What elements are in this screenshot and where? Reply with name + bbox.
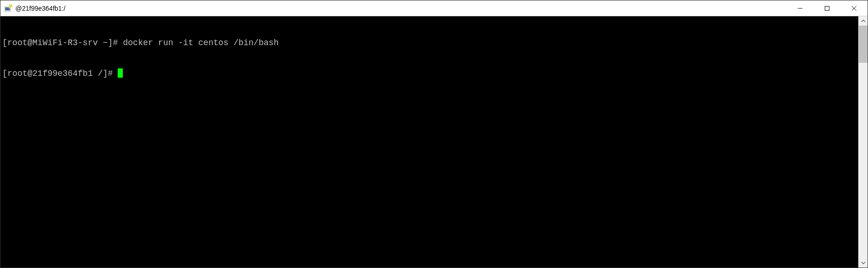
chevron-up-icon [861, 19, 866, 23]
terminal-output[interactable]: [root@MiWiFi-R3-srv ~]# docker run -it c… [0, 16, 858, 268]
close-button[interactable] [841, 0, 868, 16]
vertical-scrollbar[interactable] [858, 16, 868, 268]
chevron-down-icon [861, 261, 866, 265]
svg-rect-2 [9, 5, 12, 7]
minimize-icon [797, 6, 803, 11]
scroll-track[interactable] [859, 26, 868, 258]
scroll-thumb[interactable] [859, 26, 868, 63]
svg-rect-5 [825, 6, 829, 10]
shell-command: docker run -it centos /bin/bash [123, 38, 279, 47]
window-controls [787, 0, 868, 16]
minimize-button[interactable] [787, 0, 814, 16]
maximize-icon [824, 6, 830, 11]
terminal-cursor [118, 68, 123, 78]
putty-icon [4, 4, 13, 13]
scroll-up-button[interactable] [859, 16, 868, 26]
window-titlebar: @21f99e364fb1:/ [0, 0, 868, 16]
shell-prompt: [root@MiWiFi-R3-srv ~]# [2, 38, 123, 47]
terminal-area: [root@MiWiFi-R3-srv ~]# docker run -it c… [0, 16, 868, 268]
maximize-button[interactable] [814, 0, 841, 16]
scroll-down-button[interactable] [859, 258, 868, 268]
terminal-line: [root@MiWiFi-R3-srv ~]# docker run -it c… [2, 38, 856, 48]
titlebar-left: @21f99e364fb1:/ [0, 4, 66, 13]
terminal-line: [root@21f99e364fb1 /]# [2, 68, 856, 79]
shell-prompt: [root@21f99e364fb1 /]# [2, 69, 118, 78]
close-icon [851, 6, 857, 11]
window-title: @21f99e364fb1:/ [15, 5, 66, 12]
